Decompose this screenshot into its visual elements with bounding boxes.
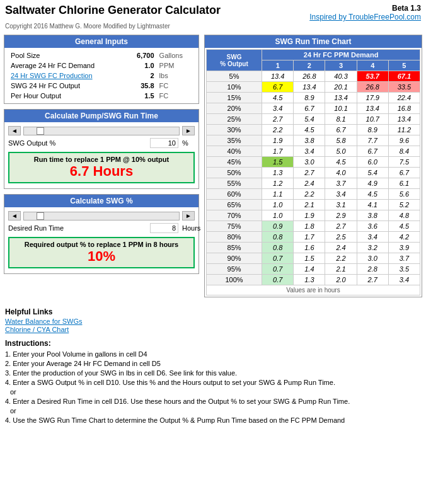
avg-demand-value: 1.0 <box>127 60 156 71</box>
inspired-link[interactable]: Inspired by TroubleFreePool.com <box>309 13 421 21</box>
chart-cell: 2.7 <box>325 221 357 232</box>
pump-slider-right-arrow[interactable]: ► <box>182 126 195 135</box>
swg-slider-right-arrow[interactable]: ► <box>182 211 195 220</box>
chart-cell: 13.4 <box>294 82 325 93</box>
swg-slider-thumb <box>37 212 44 220</box>
chart-cell: 6.7 <box>357 146 388 157</box>
chart-cell: 0.8 <box>262 232 294 243</box>
chart-row-label: 40% <box>207 146 262 157</box>
avg-demand-unit: PPM <box>157 60 195 71</box>
chart-cell: 3.8 <box>294 135 325 146</box>
chart-row-label: 20% <box>207 103 262 114</box>
chart-cell: 8.1 <box>325 114 357 125</box>
water-balance-link[interactable]: Water Balance for SWGs <box>5 318 421 325</box>
chart-cell: 1.3 <box>262 168 294 178</box>
chart-cell: 6.7 <box>294 103 325 114</box>
chart-data-row: 10%6.713.420.126.833.5 <box>207 82 420 93</box>
chart-data-row: 75%0.91.82.73.64.5 <box>207 221 420 232</box>
table-row: Pool Size 6,700 Gallons <box>8 50 195 60</box>
chart-cell: 3.4 <box>388 275 420 285</box>
chart-cell: 7.7 <box>357 135 388 146</box>
col-1-header: 1 <box>262 60 294 71</box>
instruction-step: 4. Use the SWG Run Time Chart to determi… <box>5 416 421 424</box>
chlorine-cya-link[interactable]: Chlorine / CYA Chart <box>5 326 421 333</box>
chart-data-row: 55%1.22.43.74.96.1 <box>207 178 420 189</box>
chart-cell: 1.8 <box>294 221 325 232</box>
calc-swg-content: ◄ ► Desired Run Time Hours Required outp… <box>4 207 199 273</box>
chart-cell: 22.4 <box>388 93 420 103</box>
pump-slider-left-arrow[interactable]: ◄ <box>8 126 21 135</box>
chart-cell: 13.4 <box>325 93 357 103</box>
pump-slider-track[interactable] <box>23 127 180 135</box>
chart-data-row: 25%2.75.48.110.713.4 <box>207 114 420 125</box>
chart-cell: 6.0 <box>357 157 388 168</box>
chart-data-row: 5%13.426.840.353.767.1 <box>207 71 420 82</box>
chart-data-row: 50%1.32.74.05.46.7 <box>207 168 420 178</box>
chart-data-row: 100%0.71.32.02.73.4 <box>207 275 420 285</box>
run-time-chart-box: SWG Run Time Chart SWG% Output 24 Hr FC … <box>204 35 422 297</box>
chart-cell: 4.2 <box>388 232 420 243</box>
chart-cell: 1.9 <box>294 210 325 221</box>
chart-cell: 2.2 <box>262 125 294 135</box>
chart-row-label: 5% <box>207 71 262 82</box>
desired-run-input[interactable] <box>150 223 178 233</box>
chart-cell: 4.5 <box>325 157 357 168</box>
chart-cell: 16.8 <box>388 103 420 114</box>
chart-cell: 2.7 <box>294 168 325 178</box>
calc-pump-box: Calculate Pump/SWG Run Time ◄ ► SWG Outp… <box>4 109 199 189</box>
pump-slider-row: ◄ ► <box>8 125 195 137</box>
chart-data-row: 90%0.71.52.23.03.7 <box>207 253 420 264</box>
swg-output-pct-unit: % <box>182 139 195 147</box>
chart-cell: 1.5 <box>262 157 294 168</box>
chart-row-label: 15% <box>207 93 262 103</box>
chart-cell: 2.0 <box>325 275 357 285</box>
chart-cell: 26.8 <box>294 71 325 82</box>
calc-pump-header: Calculate Pump/SWG Run Time <box>4 110 199 122</box>
chart-data-row: 40%1.73.45.06.78.4 <box>207 146 420 157</box>
swg-slider-left-arrow[interactable]: ◄ <box>8 211 21 220</box>
helpful-links-title: Helpful Links <box>5 307 421 316</box>
chart-footer-note: Values are in hours <box>207 285 420 295</box>
calc-swg-box: Calculate SWG % ◄ ► Desired Run Time Hou… <box>4 194 199 274</box>
chart-cell: 0.8 <box>262 243 294 253</box>
chart-row-label: 80% <box>207 232 262 243</box>
chart-cell: 9.6 <box>388 135 420 146</box>
chart-row-label: 10% <box>207 82 262 93</box>
instruction-step: or <box>10 388 421 396</box>
swg-result-box: Required output % to replace 1 PPM in 8 … <box>8 237 195 268</box>
chart-cell: 4.5 <box>357 189 388 200</box>
instruction-step: 3. Enter the production of your SWG in l… <box>5 369 421 377</box>
chart-cell: 0.7 <box>262 253 294 264</box>
col-2-header: 2 <box>294 60 325 71</box>
chart-row-label: 100% <box>207 275 262 285</box>
chart-cell: 4.5 <box>294 125 325 135</box>
chart-row-label: 85% <box>207 243 262 253</box>
chart-cell: 1.7 <box>262 146 294 157</box>
chart-cell: 13.4 <box>262 71 294 82</box>
chart-cell: 3.9 <box>388 243 420 253</box>
chart-cell: 4.9 <box>357 178 388 189</box>
chart-cell: 3.0 <box>294 157 325 168</box>
swg-output-unit: FC <box>157 81 195 91</box>
instruction-step: 4. Enter a Desired Run Time in cell D16.… <box>5 398 421 405</box>
desired-run-row: Desired Run Time Hours <box>8 222 195 234</box>
chart-header-row1: SWG% Output 24 Hr FC PPM Demand <box>207 50 420 60</box>
chart-cell: 1.5 <box>294 253 325 264</box>
instructions-title: Instructions: <box>5 339 421 348</box>
swg-output-pct-input[interactable] <box>150 138 178 148</box>
swg-slider-track[interactable] <box>23 212 180 220</box>
pump-slider-thumb <box>37 127 44 135</box>
chart-data-row: 95%0.71.42.12.83.5 <box>207 264 420 275</box>
chart-table: SWG% Output 24 Hr FC PPM Demand 1 2 3 4 … <box>206 49 420 295</box>
desired-run-unit: Hours <box>182 224 195 232</box>
chart-cell: 4.1 <box>357 200 388 210</box>
swg-slider-row: ◄ ► <box>8 210 195 222</box>
chart-cell: 3.7 <box>388 253 420 264</box>
chart-row-label: 55% <box>207 178 262 189</box>
instruction-step: 1. Enter your Pool Volume in gallons in … <box>5 350 421 358</box>
chart-cell: 10.1 <box>325 103 357 114</box>
swg-fc-link[interactable]: 24 Hr SWG FC Production <box>8 71 127 81</box>
chart-cell: 3.0 <box>357 253 388 264</box>
chart-ppm-header: 24 Hr FC PPM Demand <box>262 50 420 60</box>
pump-result-box: Run time to replace 1 PPM @ 10% output 6… <box>8 152 195 183</box>
